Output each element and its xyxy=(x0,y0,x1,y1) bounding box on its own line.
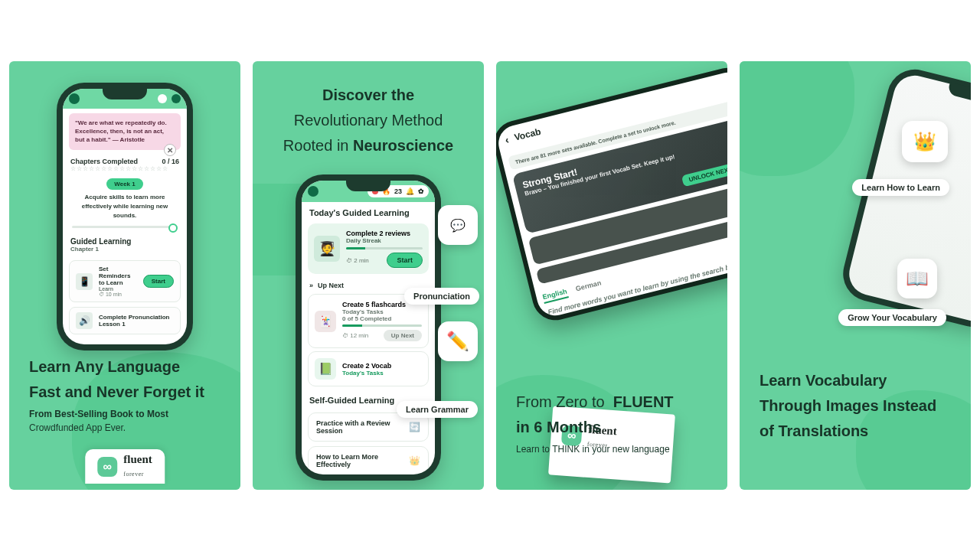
blob-decoration xyxy=(740,61,854,176)
screen-title: Vocab xyxy=(513,126,541,143)
task-meta: ⏱ 12 min xyxy=(342,332,368,339)
task-sub: Daily Streak xyxy=(346,237,423,244)
lesson-meta: ⏱ 10 min xyxy=(99,292,137,297)
lesson-title: Complete Pronunciation Lesson 1 xyxy=(99,314,174,328)
link-row[interactable]: How to Learn More Effectively 👑 xyxy=(308,446,429,474)
tab-german[interactable]: German xyxy=(575,279,603,295)
start-button[interactable]: Start xyxy=(387,253,423,268)
phone-screen: "We are what we repeatedly do. Excellenc… xyxy=(63,89,187,344)
task-title: Complete 2 reviews xyxy=(346,230,423,237)
phone-notch xyxy=(346,179,390,191)
headline-line: of Translations xyxy=(760,422,951,441)
task-illustration-icon: 🃏 xyxy=(315,311,336,332)
phone-screen: 🔥 23 🔔 ✿ Today's Guided Learning 🧑‍🎓 Com… xyxy=(302,181,435,474)
back-icon[interactable]: ‹ xyxy=(504,133,510,146)
quote-card: "We are what we repeatedly do. Excellenc… xyxy=(69,113,181,150)
close-icon[interactable]: ✕ xyxy=(164,144,176,156)
panel-4: 👑 Learn How to Learn 📖 Grow Your Vocabul… xyxy=(740,61,971,490)
task-progress-text: 0 of 5 Completed xyxy=(342,315,422,322)
lesson-thumb-icon: 📱 xyxy=(76,273,93,290)
brand-chip: ∞ fluent forever xyxy=(85,449,165,484)
settings-icon[interactable] xyxy=(172,94,181,103)
week-slider[interactable] xyxy=(72,226,178,228)
chapters-label: Chapters Completed xyxy=(70,158,138,165)
panel-headline: From Zero to FLUENT in 6 Months Learn to… xyxy=(516,393,707,456)
panel-headline: Discover the Revolutionary Method Rooted… xyxy=(268,86,469,161)
callout-grammar: Learn Grammar xyxy=(397,401,478,418)
callout-learn-how: Learn How to Learn xyxy=(852,179,949,196)
sub-line: From Best-Selling Book to Most xyxy=(29,409,168,419)
headline-word: Discover the xyxy=(322,86,414,103)
avatar-icon[interactable] xyxy=(308,186,318,197)
quote-text: "We are what we repeatedly do. Excellenc… xyxy=(75,119,167,143)
pencil-cup-icon: ✏️ xyxy=(438,321,478,361)
headline-line: Through Images Instead xyxy=(760,396,951,416)
phone-screen: ‹ Vocab There are 81 more sets available… xyxy=(496,69,727,319)
book-icon: 📖 xyxy=(897,259,937,298)
sub-line: Crowdfunded App Ever. xyxy=(29,422,220,435)
app-store-screens: "We are what we repeatedly do. Excellenc… xyxy=(0,61,980,490)
chevron-down-icon: » xyxy=(309,282,313,289)
task-progress xyxy=(346,247,423,249)
headline-line: Learn Any Language xyxy=(29,357,220,377)
headline-line: Fast and Never Forget it xyxy=(29,383,220,402)
up-next-label: Up Next xyxy=(318,282,344,289)
week-pill[interactable]: Week 1 xyxy=(106,178,142,190)
task-meta: ⏱ 2 min xyxy=(346,257,369,264)
lesson-card[interactable]: 📱 Set Reminders to Learn Learn ⏱ 10 min … xyxy=(69,260,181,302)
task-illustration-icon: 📗 xyxy=(315,358,336,380)
headline-line: Learn Vocabulary xyxy=(760,371,951,390)
headline-line: in 6 Months xyxy=(516,418,707,437)
section-title: Guided Learning xyxy=(63,233,187,246)
link-label: Practice with a Review Session xyxy=(316,419,409,435)
brand-logo-icon: ∞ xyxy=(97,457,117,477)
notification-icon[interactable] xyxy=(158,94,167,103)
task-card[interactable]: 🧑‍🎓 Complete 2 reviews Daily Streak ⏱ 2 … xyxy=(308,223,429,274)
task-sub: Today's Tasks xyxy=(342,308,422,315)
lesson-card[interactable]: 🔊 Complete Pronunciation Lesson 1 xyxy=(69,307,181,334)
link-label: How to Learn More Effectively xyxy=(316,453,409,468)
avatar-icon[interactable] xyxy=(69,93,80,104)
review-icon: 🔄 xyxy=(409,422,420,432)
lesson-title: Set Reminders to Learn xyxy=(99,266,137,286)
task-title: Create 2 Vocab xyxy=(342,362,422,370)
crown-icon: 👑 xyxy=(409,455,420,466)
streak-count: 23 xyxy=(394,187,402,195)
panel-2: Discover the Revolutionary Method Rooted… xyxy=(253,61,484,490)
sub-line: Learn to THINK in your new language xyxy=(516,443,707,456)
chapter-stars: ☆☆☆☆☆☆☆☆☆☆☆☆☆☆☆☆ xyxy=(63,165,187,172)
tab-english[interactable]: English xyxy=(542,288,569,304)
task-illustration-icon: 🧑‍🎓 xyxy=(314,236,340,262)
brand-sub: forever xyxy=(123,471,144,478)
phone-mockup: ‹ Vocab There are 81 more sets available… xyxy=(496,63,727,324)
callout-grow-vocab: Grow Your Vocabulary xyxy=(838,309,946,326)
today-section: Today's Guided Learning xyxy=(302,202,435,220)
chapters-row: Chapters Completed 0 / 16 xyxy=(63,158,187,165)
bell-icon: 🔔 xyxy=(406,187,414,195)
crown-icon: 👑 xyxy=(902,121,948,162)
task-sub: Today's Tasks xyxy=(342,370,422,377)
phone-mockup: "We are what we repeatedly do. Excellenc… xyxy=(57,83,193,350)
phone-notch xyxy=(103,87,147,99)
task-card[interactable]: 📗 Create 2 Vocab Today's Tasks xyxy=(308,351,429,386)
start-button[interactable]: Start xyxy=(143,275,174,288)
panel-3: 👤 Practice What You Learn ‹ Vocab There … xyxy=(496,61,727,490)
speech-bubble-icon: 💬 xyxy=(438,205,478,245)
task-progress xyxy=(342,324,422,327)
section-subtitle: Chapter 1 xyxy=(63,246,187,256)
week-description: Acquire skills to learn more effectively… xyxy=(63,193,187,220)
headline-line: Revolutionary Method xyxy=(268,111,469,130)
up-next-button[interactable]: Up Next xyxy=(384,330,422,341)
phone-mockup: 🔥 23 🔔 ✿ Today's Guided Learning 🧑‍🎓 Com… xyxy=(296,174,441,481)
callout-pronunciation: Pronunciation xyxy=(404,288,479,305)
lesson-thumb-icon: 🔊 xyxy=(76,312,93,329)
panel-headline: Learn Any Language Fast and Never Forget… xyxy=(29,357,220,435)
panel-1: "We are what we repeatedly do. Excellenc… xyxy=(9,61,240,490)
phone-tilt-wrap: ‹ Vocab There are 81 more sets available… xyxy=(496,63,727,324)
gear-icon: ✿ xyxy=(418,187,424,195)
brand-name: fluent xyxy=(123,454,152,465)
panel-headline: Learn Vocabulary Through Images Instead … xyxy=(760,371,951,447)
lesson-sub: Learn xyxy=(99,286,137,292)
unlock-button[interactable]: UNLOCK NEXT SET xyxy=(681,159,727,187)
chapters-value: 0 / 16 xyxy=(162,158,179,165)
